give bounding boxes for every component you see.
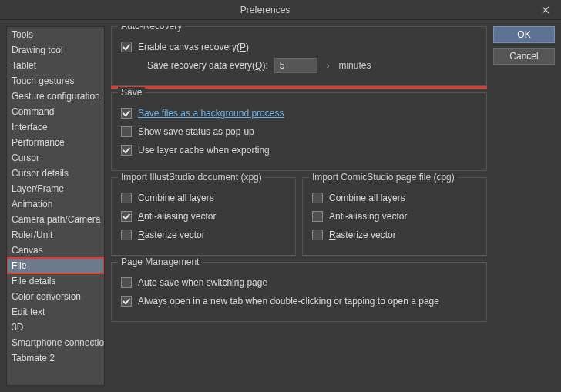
- auto-recovery-legend: Auto-Recovery: [118, 26, 185, 32]
- sidebar-item-layer-frame[interactable]: Layer/Frame: [7, 181, 104, 196]
- pm-autosave-label[interactable]: Auto save when switching page: [138, 277, 267, 288]
- sidebar-item-command[interactable]: Command: [7, 104, 104, 119]
- save-group: Save Save files as a background process …: [111, 92, 487, 171]
- pm-opentab-label[interactable]: Always open in a new tab when double-cli…: [138, 296, 439, 307]
- sidebar-item-performance[interactable]: Performance: [7, 135, 104, 150]
- sidebar-item-tabmate-2[interactable]: Tabmate 2: [7, 350, 104, 366]
- sidebar-item-drawing-tool[interactable]: Drawing tool: [7, 42, 104, 58]
- xpg-combine-row[interactable]: Combine all layers: [121, 190, 286, 206]
- xpg-raster-checkbox[interactable]: [121, 230, 132, 240]
- sidebar-item-file[interactable]: File: [7, 258, 104, 273]
- xpg-combine-label[interactable]: Combine all layers: [138, 193, 214, 203]
- sidebar-item-touch-gestures[interactable]: Touch gestures: [7, 73, 104, 89]
- page-management-legend: Page Management: [118, 256, 202, 267]
- sidebar-item-animation[interactable]: Animation: [7, 196, 104, 212]
- sidebar-item-gesture-configuration[interactable]: Gesture configuration: [7, 89, 104, 104]
- titlebar: Preferences: [0, 0, 561, 20]
- sidebar-item-cursor-details[interactable]: Cursor details: [7, 166, 104, 181]
- recovery-interval-unit: minutes: [338, 60, 371, 71]
- auto-recovery-group: Auto-Recovery Enable canvas recovery(P) …: [111, 26, 487, 86]
- import-cpg-legend: Import ComicStudio page file (cpg): [309, 172, 458, 183]
- sidebar-item-edit-text[interactable]: Edit text: [7, 304, 104, 320]
- sidebar-item-tools[interactable]: Tools: [7, 27, 104, 42]
- xpg-combine-checkbox[interactable]: [121, 193, 132, 203]
- cpg-combine-checkbox[interactable]: [312, 193, 323, 203]
- enable-recovery-checkbox[interactable]: [121, 42, 132, 52]
- sidebar-item-tablet[interactable]: Tablet: [7, 58, 104, 73]
- window-title: Preferences: [0, 5, 530, 15]
- sidebar-item-color-conversion[interactable]: Color conversion: [7, 289, 104, 304]
- save-cache-checkbox[interactable]: [121, 145, 132, 156]
- enable-recovery-row[interactable]: Enable canvas recovery(P): [121, 39, 477, 55]
- save-cache-label[interactable]: Use layer cache when exporting: [138, 145, 270, 156]
- import-cpg-group: Import ComicStudio page file (cpg) Combi…: [302, 177, 487, 256]
- save-bg-checkbox[interactable]: [121, 108, 132, 119]
- pm-autosave-row[interactable]: Auto save when switching page: [121, 275, 477, 290]
- sidebar-item-smartphone-connection[interactable]: Smartphone connection: [7, 335, 104, 350]
- recovery-interval-input[interactable]: [274, 58, 317, 73]
- recovery-interval-label: Save recovery data every(Q):: [147, 60, 268, 71]
- cpg-raster-row[interactable]: Rasterize vector: [312, 227, 477, 243]
- recovery-interval-stepper[interactable]: ›: [324, 61, 333, 70]
- xpg-aa-row[interactable]: Anti-aliasing vector: [121, 209, 286, 224]
- import-xpg-group: Import IllustStudio document (xpg) Combi…: [111, 177, 296, 256]
- cpg-combine-row[interactable]: Combine all layers: [312, 190, 477, 206]
- cpg-raster-label[interactable]: Rasterize vector: [329, 230, 396, 240]
- save-popup-row[interactable]: Show save status as pop-up: [121, 124, 477, 139]
- save-popup-checkbox[interactable]: [121, 126, 132, 137]
- dialog-buttons: OK Cancel: [493, 26, 555, 386]
- xpg-aa-label[interactable]: Anti-aliasing vector: [138, 211, 216, 222]
- cpg-combine-label[interactable]: Combine all layers: [329, 193, 405, 203]
- pm-autosave-checkbox[interactable]: [121, 277, 132, 288]
- pm-opentab-row[interactable]: Always open in a new tab when double-cli…: [121, 293, 477, 309]
- cpg-aa-row[interactable]: Anti-aliasing vector: [312, 209, 477, 224]
- pm-opentab-checkbox[interactable]: [121, 296, 132, 307]
- cancel-button[interactable]: Cancel: [493, 48, 555, 65]
- settings-main: Auto-Recovery Enable canvas recovery(P) …: [111, 26, 487, 386]
- sidebar-item-3d[interactable]: 3D: [7, 320, 104, 335]
- enable-recovery-label[interactable]: Enable canvas recovery(P): [138, 42, 249, 52]
- import-columns: Import IllustStudio document (xpg) Combi…: [111, 177, 487, 256]
- ok-button[interactable]: OK: [493, 26, 555, 43]
- sidebar-item-canvas[interactable]: Canvas: [7, 243, 104, 258]
- save-cache-row[interactable]: Use layer cache when exporting: [121, 142, 477, 158]
- save-bg-label[interactable]: Save files as a background process: [138, 108, 284, 119]
- save-legend: Save: [118, 87, 145, 98]
- xpg-raster-label[interactable]: Rasterize vector: [138, 230, 205, 240]
- sidebar-item-ruler-unit[interactable]: Ruler/Unit: [7, 227, 104, 243]
- sidebar-item-file-details[interactable]: File details: [7, 273, 104, 289]
- cpg-raster-checkbox[interactable]: [312, 230, 323, 240]
- page-management-group: Page Management Auto save when switching…: [111, 262, 487, 322]
- save-bg-row[interactable]: Save files as a background process: [121, 106, 477, 121]
- xpg-aa-checkbox[interactable]: [121, 211, 132, 222]
- close-icon[interactable]: [530, 0, 561, 20]
- save-popup-label[interactable]: Show save status as pop-up: [138, 126, 254, 137]
- sidebar-item-cursor[interactable]: Cursor: [7, 150, 104, 166]
- sidebar-item-camera-path-camera[interactable]: Camera path/Camera: [7, 212, 104, 227]
- cpg-aa-label[interactable]: Anti-aliasing vector: [329, 211, 407, 222]
- sidebar-item-interface[interactable]: Interface: [7, 119, 104, 135]
- dialog-body: ToolsDrawing toolTabletTouch gesturesGes…: [0, 20, 561, 392]
- preferences-window: Preferences ToolsDrawing toolTabletTouch…: [0, 0, 561, 392]
- import-xpg-legend: Import IllustStudio document (xpg): [118, 172, 265, 183]
- recovery-interval-row: Save recovery data every(Q): › minutes: [121, 58, 477, 73]
- category-sidebar: ToolsDrawing toolTabletTouch gesturesGes…: [6, 26, 105, 386]
- cpg-aa-checkbox[interactable]: [312, 211, 323, 222]
- xpg-raster-row[interactable]: Rasterize vector: [121, 227, 286, 243]
